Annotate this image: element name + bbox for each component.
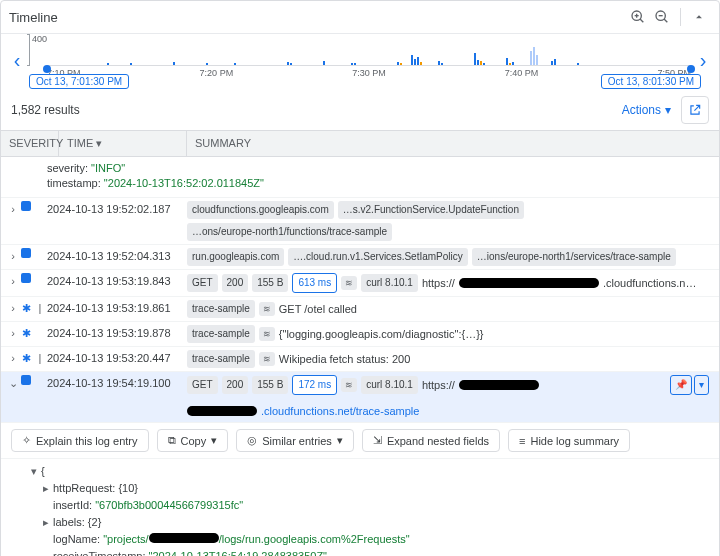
summary-chip[interactable]: …ons/europe-north1/functions/trace-sampl… — [187, 223, 392, 241]
range-start-label[interactable]: Oct 13, 7:01:30 PM — [29, 74, 129, 89]
summary-chip[interactable]: …s.v2.FunctionService.UpdateFunction — [338, 201, 524, 219]
expand-toggle[interactable]: › — [7, 248, 19, 264]
log-row[interactable]: › 2024-10-13 19:53:19.843 GET 200 155 B … — [1, 270, 719, 297]
http-status-chip[interactable]: 200 — [222, 274, 249, 292]
tick: 7:30 PM — [352, 68, 386, 78]
url-path[interactable]: .cloudfunctions.net/trace-sample — [261, 403, 419, 419]
col-time[interactable]: TIME ▾ — [59, 131, 187, 156]
timeline-ticks: 7:10 PM 7:20 PM 7:30 PM 7:40 PM 7:50 PM — [47, 68, 691, 78]
url-suffix: .cloudfunctions.n… — [603, 275, 697, 291]
tick: 7:40 PM — [505, 68, 539, 78]
results-bar: 1,582 results Actions ▾ — [1, 90, 719, 131]
timestamp-cell: 2024-10-13 19:52:02.187 — [47, 201, 187, 217]
summary-cell: trace-sample≋{"logging.googleapis.com/di… — [187, 325, 713, 343]
trace-icon[interactable]: ≋ — [259, 302, 275, 316]
severity-cell — [19, 248, 33, 258]
severity-cell — [19, 201, 33, 211]
service-chip[interactable]: trace-sample — [187, 325, 255, 343]
trace-icon[interactable]: ≋ — [341, 276, 357, 290]
summary-cell: GET 200 155 B 613 ms ≋ curl 8.10.1 https… — [187, 273, 713, 293]
user-agent-chip[interactable]: curl 8.10.1 — [361, 274, 418, 292]
severity-default-icon: ✱ — [22, 325, 31, 341]
log-row[interactable]: › ✱ | 2024-10-13 19:53:20.447 trace-samp… — [1, 347, 719, 372]
explain-button[interactable]: ✧ Explain this log entry — [11, 429, 149, 452]
range-end-handle[interactable] — [687, 65, 695, 73]
http-method-chip[interactable]: GET — [187, 274, 218, 292]
logs-explorer-panel: Timeline ‹ 400 7:10 PM 7:20 PM 7:30 PM 7… — [0, 0, 720, 556]
zoom-out-icon[interactable] — [650, 5, 674, 29]
summary-chip[interactable]: run.googleapis.com — [187, 248, 284, 266]
http-status-chip[interactable]: 200 — [222, 376, 249, 394]
log-row[interactable]: › ✱ | 2024-10-13 19:53:19.861 trace-samp… — [1, 297, 719, 322]
latency-chip[interactable]: 172 ms — [292, 375, 337, 395]
timestamp-cell: 2024-10-13 19:52:04.313 — [47, 248, 187, 264]
expand-toggle[interactable]: ⌄ — [7, 375, 19, 391]
summary-chip[interactable]: ….cloud.run.v1.Services.SetIamPolicy — [288, 248, 468, 266]
user-agent-chip[interactable]: curl 8.10.1 — [361, 376, 418, 394]
trace-icon[interactable]: ≋ — [259, 352, 275, 366]
extra-indicator: | — [33, 300, 47, 316]
log-message: GET /otel called — [279, 301, 357, 317]
row-menu-button[interactable]: ▾ — [694, 375, 709, 395]
collapse-icon[interactable] — [687, 5, 711, 29]
summary-cell: trace-sample≋Wikipedia fetch status: 200 — [187, 350, 713, 368]
open-in-new-icon[interactable] — [681, 96, 709, 124]
timeline-title: Timeline — [9, 10, 626, 25]
service-chip[interactable]: trace-sample — [187, 300, 255, 318]
expand-toggle[interactable]: › — [7, 300, 19, 316]
log-row[interactable]: › 2024-10-13 19:52:04.313 run.googleapis… — [1, 245, 719, 270]
summary-chip[interactable]: …ions/europe-north1/services/trace-sampl… — [472, 248, 676, 266]
redacted — [459, 380, 539, 390]
pin-button[interactable]: 📌 — [670, 375, 692, 395]
copy-button[interactable]: ⧉ Copy ▾ — [157, 429, 229, 452]
hide-summary-button[interactable]: ≡ Hide log summary — [508, 429, 630, 452]
log-json-detail: ▾{ ▸httpRequest: {10} insertId: "670bfb3… — [1, 459, 719, 556]
actions-dropdown[interactable]: Actions ▾ — [622, 103, 671, 117]
similar-button[interactable]: ◎ Similar entries ▾ — [236, 429, 354, 452]
svg-line-5 — [664, 19, 667, 22]
expand-fields-button[interactable]: ⇲ Expand nested fields — [362, 429, 500, 452]
latency-chip[interactable]: 613 ms — [292, 273, 337, 293]
timeline-body: ‹ 400 7:10 PM 7:20 PM 7:30 PM 7:40 PM 7:… — [1, 34, 719, 90]
http-size-chip[interactable]: 155 B — [252, 376, 288, 394]
range-start-handle[interactable] — [43, 65, 51, 73]
results-count: 1,582 results — [11, 103, 622, 117]
trace-icon[interactable]: ≋ — [341, 378, 357, 392]
log-json-fragment: severity: "INFO" timestamp: "2024-10-13T… — [1, 157, 719, 198]
actions-label: Actions — [622, 103, 661, 117]
expand-toggle[interactable]: › — [7, 273, 19, 289]
expand-toggle[interactable]: › — [7, 201, 19, 217]
http-method-chip[interactable]: GET — [187, 376, 218, 394]
range-end-label[interactable]: Oct 13, 8:01:30 PM — [601, 74, 701, 89]
log-detail-actions: ✧ Explain this log entry ⧉ Copy ▾ ◎ Simi… — [1, 423, 719, 459]
summary-cell: trace-sample≋GET /otel called — [187, 300, 713, 318]
severity-info-icon — [21, 201, 31, 211]
timestamp-cell: 2024-10-13 19:53:19.843 — [47, 273, 187, 289]
expand-toggle[interactable]: › — [7, 350, 19, 366]
summary-cell: run.googleapis.com….cloud.run.v1.Service… — [187, 248, 713, 266]
timeline-prev-button[interactable]: ‹ — [5, 34, 29, 86]
timeline-chart[interactable]: 400 7:10 PM 7:20 PM 7:30 PM 7:40 PM 7:50… — [29, 34, 691, 86]
log-row[interactable]: › ✱ 2024-10-13 19:53:19.878 trace-sample… — [1, 322, 719, 347]
log-rows: › 2024-10-13 19:52:02.187 cloudfunctions… — [1, 198, 719, 423]
tick: 7:20 PM — [200, 68, 234, 78]
expand-toggle[interactable]: › — [7, 325, 19, 341]
timestamp-cell: 2024-10-13 19:54:19.100 — [47, 375, 187, 391]
col-severity[interactable]: SEVERITY — [1, 131, 59, 156]
severity-cell: ✱ — [19, 325, 33, 341]
severity-cell — [19, 375, 33, 385]
timeline-yaxis: 400 — [29, 34, 47, 66]
col-summary[interactable]: SUMMARY — [187, 131, 719, 156]
divider — [680, 8, 681, 26]
severity-info-icon — [21, 248, 31, 258]
log-row[interactable]: ⌄ 2024-10-13 19:54:19.100 GET 200 155 B … — [1, 372, 719, 423]
trace-icon[interactable]: ≋ — [259, 327, 275, 341]
service-chip[interactable]: trace-sample — [187, 350, 255, 368]
http-size-chip[interactable]: 155 B — [252, 274, 288, 292]
severity-cell — [19, 273, 33, 283]
log-row[interactable]: › 2024-10-13 19:52:02.187 cloudfunctions… — [1, 198, 719, 245]
url-text: https:// — [422, 377, 455, 393]
summary-chip[interactable]: cloudfunctions.googleapis.com — [187, 201, 334, 219]
zoom-in-icon[interactable] — [626, 5, 650, 29]
severity-info-icon — [21, 273, 31, 283]
